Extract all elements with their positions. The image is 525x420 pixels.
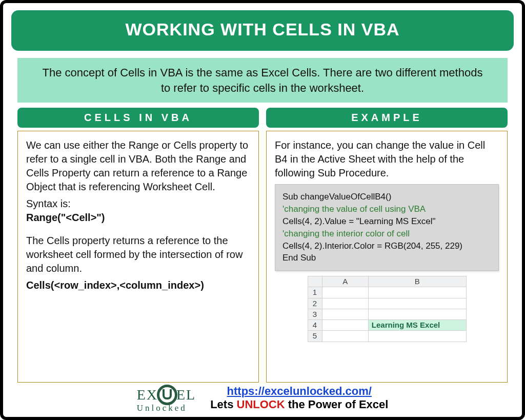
footer-text: https://excelunlocked.com/ Lets UNLOCK t… — [210, 385, 388, 412]
right-column-body: For instance, you can change the value i… — [266, 131, 508, 382]
left-column: CELLS IN VBA We can use either the Range… — [17, 108, 259, 382]
lock-icon — [157, 385, 177, 405]
logo-subtext: Unlocked — [137, 404, 196, 412]
row-header: 5 — [308, 331, 322, 342]
tagline-post: the Power of Excel — [285, 398, 389, 411]
logo-text-right: EL — [176, 388, 196, 401]
right-paragraph-1: For instance, you can change the value i… — [275, 138, 499, 180]
code-comment: 'changing the interior color of cell — [282, 228, 491, 240]
cells-syntax: Cells(<row_index>,<column_index>) — [26, 278, 250, 292]
footer: EX EL Unlocked https://excelunlocked.com… — [11, 385, 514, 413]
code-line: Sub changeValueOfCellB4() — [282, 191, 491, 203]
row-header: 2 — [308, 298, 322, 309]
right-column-heading: EXAMPLE — [266, 108, 508, 128]
row-header: 3 — [308, 309, 322, 319]
left-paragraph-1: We can use either the Range or Cells pro… — [26, 138, 250, 194]
code-line: Cells(4, 2).Value = "Learning MS Excel" — [282, 215, 491, 228]
tagline-pre: Lets — [210, 398, 236, 411]
site-link[interactable]: https://excelunlocked.com/ — [227, 385, 372, 397]
range-syntax: Range("<Cell>") — [26, 211, 250, 225]
left-column-body: We can use either the Range or Cells pro… — [17, 131, 259, 382]
document-card: WORKING WITH CELLS IN VBA The concept of… — [0, 0, 525, 420]
syntax-label: Syntax is: — [26, 197, 250, 211]
page-title: WORKING WITH CELLS IN VBA — [11, 10, 514, 51]
content-columns: CELLS IN VBA We can use either the Range… — [11, 108, 514, 382]
logo-text-left: EX — [137, 388, 158, 401]
left-column-heading: CELLS IN VBA — [17, 108, 259, 128]
row-header: 1 — [308, 287, 322, 298]
tagline-highlight: UNLOCK — [237, 398, 285, 411]
right-column: EXAMPLE For instance, you can change the… — [266, 108, 508, 382]
row-header: 4 — [308, 320, 322, 331]
col-header-b: B — [368, 276, 466, 287]
cell-b4-value: Learning MS Excel — [368, 320, 466, 331]
excel-preview: A B 1 2 3 4Learning MS Excel 5 — [308, 276, 467, 342]
col-header-a: A — [322, 276, 368, 287]
corner-cell — [308, 276, 322, 287]
brand-logo: EX EL Unlocked — [137, 385, 196, 412]
code-line: End Sub — [282, 252, 491, 264]
code-line: Cells(4, 2).Interior.Color = RGB(204, 25… — [282, 240, 491, 252]
intro-text: The concept of Cells in VBA is the same … — [17, 58, 508, 103]
code-comment: 'changing the value of cell using VBA — [282, 203, 491, 215]
left-paragraph-2: The Cells property returns a reference t… — [26, 234, 250, 275]
vba-code-block: Sub changeValueOfCellB4() 'changing the … — [275, 184, 499, 271]
